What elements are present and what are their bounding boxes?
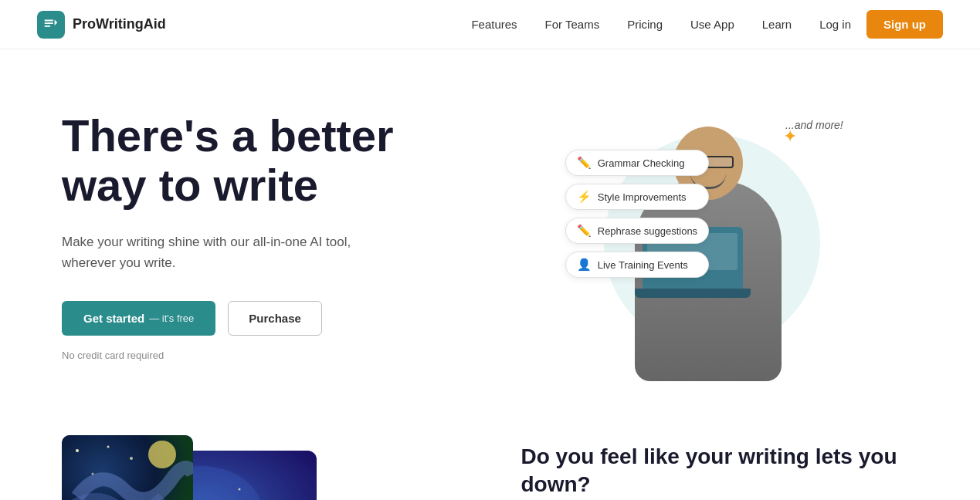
svg-point-6: [239, 488, 241, 491]
signup-button[interactable]: Sign up: [866, 10, 943, 39]
hero-section: There's a better way to write Make your …: [0, 49, 980, 420]
nav-pricing[interactable]: Pricing: [627, 18, 663, 31]
pill-style-label: Style Improvements: [598, 191, 687, 203]
laptop-base: [635, 289, 751, 298]
hero-title: There's a better way to write: [62, 111, 475, 210]
sparkle-icon: ✦: [783, 127, 797, 147]
rephrase-icon: ✏️: [577, 224, 592, 238]
pill-grammar-label: Grammar Checking: [598, 157, 685, 169]
get-started-button[interactable]: Get started — it's free: [62, 301, 215, 336]
svg-point-10: [148, 441, 176, 468]
pill-rephrase-label: Rephrase suggestions: [598, 225, 697, 237]
logo-svg: [42, 16, 59, 33]
nav-for-teams[interactable]: For Teams: [545, 18, 600, 31]
hero-illustration: ...and more! ✦: [565, 103, 859, 381]
brand-name: ProWritingAid: [73, 16, 166, 32]
logo-link[interactable]: ProWritingAid: [37, 11, 166, 39]
navbar: ProWritingAid Features For Teams Pricing…: [0, 0, 980, 49]
logo-icon: [37, 11, 65, 39]
nav-features[interactable]: Features: [471, 18, 517, 31]
login-link[interactable]: Log in: [819, 18, 851, 31]
grammar-icon: ✏️: [577, 156, 592, 170]
nav-links: Features For Teams Pricing Use App Learn: [471, 18, 792, 32]
no-credit-text: No credit card required: [62, 350, 475, 361]
svg-point-14: [92, 473, 94, 475]
section2-artwork: My idea in my head: [62, 435, 459, 500]
training-icon: 👤: [577, 258, 592, 272]
pill-grammar: ✏️ Grammar Checking: [565, 150, 709, 176]
art-card-front: [62, 435, 193, 500]
nav-use-app[interactable]: Use App: [690, 18, 734, 31]
nav-right: Log in Sign up: [819, 10, 943, 39]
svg-point-13: [130, 457, 133, 460]
section2: My idea in my head Do you feel like your…: [0, 420, 980, 500]
front-card-svg: [62, 435, 193, 500]
purchase-button[interactable]: Purchase: [228, 301, 322, 336]
artwork-stack: My idea in my head: [62, 435, 324, 500]
hero-subtitle: Make your writing shine with our all-in-…: [62, 231, 355, 273]
section2-title: Do you feel like your writing lets you d…: [521, 443, 919, 499]
svg-point-12: [107, 446, 110, 448]
style-icon: ⚡: [577, 190, 592, 204]
hero-buttons: Get started — it's free Purchase: [62, 301, 475, 336]
svg-point-11: [76, 449, 79, 452]
feature-pills: ✏️ Grammar Checking ⚡ Style Improvements…: [565, 150, 709, 278]
pill-training: 👤 Live Training Events: [565, 252, 709, 278]
nav-learn[interactable]: Learn: [762, 18, 792, 31]
section2-right: Do you feel like your writing lets you d…: [521, 435, 919, 500]
pill-training-label: Live Training Events: [598, 259, 688, 271]
pill-style: ⚡ Style Improvements: [565, 184, 709, 210]
pill-rephrase: ✏️ Rephrase suggestions: [565, 218, 709, 244]
hero-left: There's a better way to write Make your …: [62, 96, 475, 361]
hero-right: ...and more! ✦: [506, 96, 919, 389]
